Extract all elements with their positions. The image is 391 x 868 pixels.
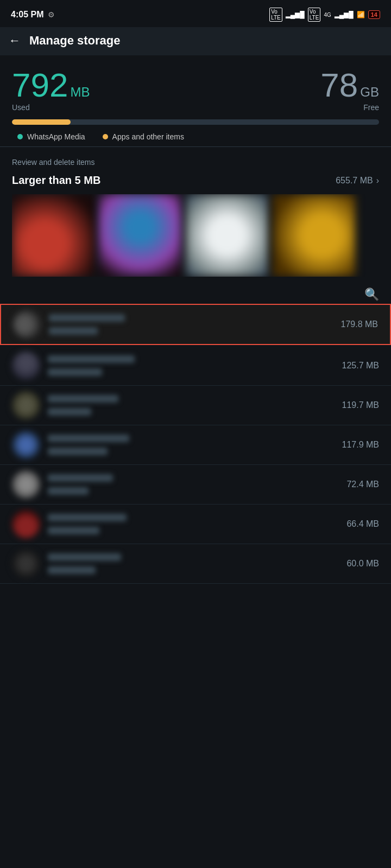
wifi-icon: 📶 (357, 11, 365, 18)
chat-size-4: 117.9 MB (342, 440, 379, 450)
chat-name-blur-6a (48, 514, 127, 521)
chevron-right-icon: › (376, 176, 379, 186)
thumbnail-1 (12, 194, 94, 277)
free-number: 78 (320, 66, 358, 104)
thumbnails-row (12, 194, 379, 277)
chat-name-blur-2a (48, 355, 135, 363)
chat-name-blur-6b (48, 527, 99, 534)
chat-name-blur-7b (48, 566, 96, 574)
larger-than-row[interactable]: Larger than 5 MB 655.7 MB › (12, 174, 379, 187)
chat-size-2: 125.7 MB (342, 361, 379, 371)
used-label: Used (12, 103, 90, 112)
legend-dot-yellow (103, 134, 108, 139)
avatar-4 (12, 431, 40, 459)
status-time: 4:05 PM (11, 10, 43, 20)
chat-name-blur-3b (48, 408, 91, 416)
chat-name-2 (48, 355, 135, 376)
avatar-6 (12, 510, 40, 538)
avatar-5 (12, 470, 40, 499)
chat-name-blur-4a (48, 435, 129, 442)
chat-item-left-2 (12, 352, 135, 380)
chat-size-1: 179.8 MB (341, 320, 378, 329)
chat-item-left-1 (13, 310, 125, 339)
used-number: 792 (12, 66, 68, 104)
chat-item-1[interactable]: 179.8 MB (0, 304, 391, 345)
review-label: Review and delete items (12, 158, 379, 167)
free-block: 78GB Free (320, 68, 379, 112)
signal-4g: 4G (324, 12, 331, 18)
chat-item-left-4 (12, 431, 129, 459)
chat-name-1 (49, 314, 125, 335)
thumbnail-2 (99, 194, 181, 277)
chat-name-blur-7a (48, 553, 121, 561)
storage-progress-bar (12, 119, 379, 125)
chat-name-blur-3a (48, 395, 118, 403)
thumbnail-4 (273, 194, 355, 277)
search-icon[interactable]: 🔍 (364, 288, 379, 302)
avatar-3 (12, 391, 40, 419)
storage-legend: WhatsApp Media Apps and other items (12, 132, 379, 146)
used-block: 792MB Used (12, 68, 90, 112)
chat-item-6[interactable]: 66.4 MB (0, 505, 391, 544)
chat-name-blur-5b (48, 487, 89, 495)
chat-name-3 (48, 395, 118, 416)
thumbnail-3 (186, 194, 268, 277)
chat-name-blur-2b (48, 368, 102, 376)
larger-than-size[interactable]: 655.7 MB › (336, 176, 379, 186)
progress-bar-fill (12, 119, 71, 125)
signal-vo-lte: VoLTE (269, 8, 282, 22)
chat-list: 179.8 MB 125.7 MB 119.7 MB (0, 304, 391, 595)
chat-item-3[interactable]: 119.7 MB (0, 386, 391, 425)
storage-section: 792MB Used 78GB Free WhatsApp Media Apps… (0, 55, 391, 146)
chat-name-5 (48, 474, 113, 495)
avatar-2 (12, 352, 40, 380)
status-icons: VoLTE ▂▄▆█ VoLTE 4G ▂▄▆█ 📶 14 (269, 8, 380, 22)
chat-item-left-5 (12, 470, 113, 499)
larger-than-text: Larger than 5 MB (12, 174, 100, 187)
legend-whatsapp-media: WhatsApp Media (17, 132, 85, 141)
signal-bars-1: ▂▄▆█ (286, 11, 305, 18)
legend-apps: Apps and other items (103, 132, 184, 141)
status-bar: 4:05 PM ⚙ VoLTE ▂▄▆█ VoLTE 4G ▂▄▆█ 📶 14 (0, 0, 391, 27)
chat-size-7: 60.0 MB (346, 559, 379, 569)
chat-name-blur-1a (49, 314, 125, 322)
chat-name-4 (48, 435, 129, 455)
chat-name-6 (48, 514, 127, 534)
chat-name-blur-1b (49, 327, 98, 335)
chat-size-5: 72.4 MB (346, 480, 379, 489)
legend-whatsapp-label: WhatsApp Media (27, 132, 85, 141)
app-header: ← Manage storage (0, 27, 391, 55)
battery-indicator: 14 (368, 10, 380, 19)
review-section: Review and delete items Larger than 5 MB… (0, 147, 391, 277)
signal-vo-lte-2: VoLTE (308, 8, 321, 22)
storage-numbers: 792MB Used 78GB Free (12, 68, 379, 112)
chat-size-3: 119.7 MB (342, 400, 379, 410)
signal-bars-2: ▂▄▆█ (335, 11, 354, 18)
page-title: Manage storage (29, 34, 121, 48)
used-unit: MB (70, 85, 90, 99)
back-button[interactable]: ← (9, 34, 21, 48)
legend-apps-label: Apps and other items (112, 132, 184, 141)
chat-item-4[interactable]: 117.9 MB (0, 425, 391, 465)
chat-size-6: 66.4 MB (346, 519, 379, 529)
avatar-7 (12, 550, 40, 578)
chat-name-blur-4b (48, 448, 108, 455)
chat-item-2[interactable]: 125.7 MB (0, 346, 391, 386)
chat-item-left-6 (12, 510, 127, 538)
search-row: 🔍 (0, 282, 391, 304)
chat-name-blur-5a (48, 474, 113, 482)
gear-icon: ⚙ (48, 10, 55, 19)
chat-item-left-3 (12, 391, 118, 419)
chat-item-7[interactable]: 60.0 MB (0, 544, 391, 584)
chat-item-left-7 (12, 550, 121, 578)
chat-item-5[interactable]: 72.4 MB (0, 465, 391, 505)
legend-dot-green (17, 134, 23, 139)
free-unit: GB (360, 85, 379, 99)
free-label: Free (320, 103, 379, 112)
chat-name-7 (48, 553, 121, 574)
avatar-1 (13, 310, 41, 339)
